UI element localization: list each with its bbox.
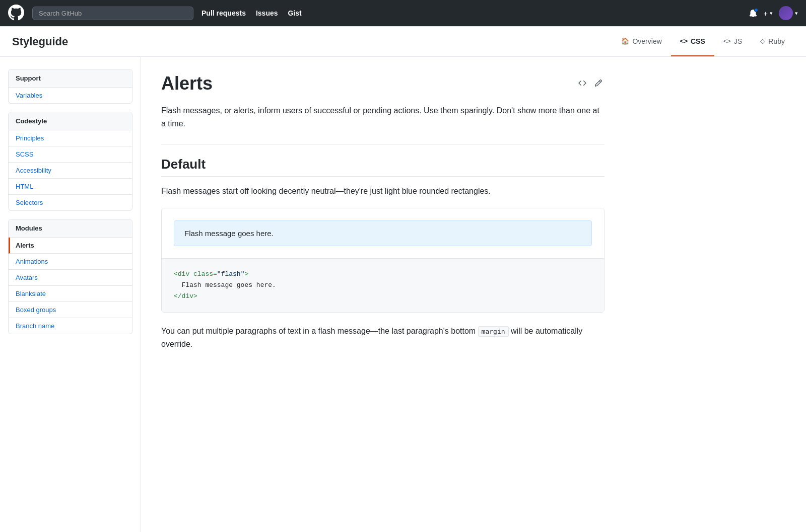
- home-icon: 🏠: [621, 37, 629, 45]
- content-header: Alerts: [161, 73, 604, 94]
- sidebar-item-alerts[interactable]: Alerts: [9, 238, 132, 254]
- search-input[interactable]: [32, 7, 193, 20]
- code-icon-css: <>: [680, 37, 688, 45]
- issues-link[interactable]: Issues: [256, 9, 278, 17]
- code-line-1: <div class="flash">: [174, 269, 592, 280]
- sidebar-item-blankslate[interactable]: Blankslate: [9, 286, 132, 302]
- diamond-icon: ◇: [760, 37, 765, 45]
- search-box[interactable]: [32, 7, 193, 20]
- tab-ruby[interactable]: ◇ Ruby: [751, 27, 794, 56]
- inline-code-margin: margin: [478, 326, 509, 337]
- header-actions: + ▾ ▾: [749, 6, 798, 20]
- flash-demo: Flash message goes here.: [174, 220, 592, 246]
- tab-nav: 🏠 Overview <> CSS <> JS ◇ Ruby: [612, 27, 794, 56]
- content-title: Alerts: [161, 73, 213, 94]
- sidebar-item-branch-name[interactable]: Branch name: [9, 318, 132, 334]
- default-section-description: Flash messages start off looking decentl…: [161, 185, 604, 198]
- sidebar-group-support-title: Support: [9, 69, 132, 88]
- divider-1: [161, 144, 604, 144]
- view-source-button[interactable]: [576, 77, 588, 92]
- demo-preview: Flash message goes here.: [162, 208, 604, 259]
- tab-overview[interactable]: 🏠 Overview: [612, 27, 670, 56]
- sidebar-item-boxed-groups[interactable]: Boxed groups: [9, 302, 132, 318]
- gist-link[interactable]: Gist: [288, 9, 302, 17]
- avatar: [779, 6, 793, 20]
- page-title: Styleguide: [12, 35, 68, 48]
- code-tag-close: </div>: [174, 292, 197, 300]
- header: Pull requests Issues Gist + ▾ ▾: [0, 0, 806, 27]
- sidebar-item-avatars[interactable]: Avatars: [9, 270, 132, 286]
- sub-header: Styleguide 🏠 Overview <> CSS <> JS ◇ Rub…: [0, 27, 806, 57]
- content-actions: [576, 77, 604, 92]
- edit-button[interactable]: [592, 77, 604, 92]
- sidebar-item-animations[interactable]: Animations: [9, 254, 132, 270]
- notifications-button[interactable]: [749, 9, 757, 17]
- code-tag-open: <div class="flash">: [174, 270, 248, 278]
- sidebar-item-principles[interactable]: Principles: [9, 130, 132, 146]
- main-content: Alerts Flash messages, or alerts, inform…: [141, 57, 625, 532]
- user-menu-button[interactable]: ▾: [779, 6, 798, 20]
- layout: Support Variables Codestyle Principles S…: [0, 57, 806, 532]
- code-block: <div class="flash"> Flash message goes h…: [162, 259, 604, 312]
- sidebar-item-variables[interactable]: Variables: [9, 88, 132, 103]
- sidebar-item-html[interactable]: HTML: [9, 179, 132, 195]
- sidebar-group-codestyle-title: Codestyle: [9, 112, 132, 130]
- default-section-title: Default: [161, 157, 604, 177]
- sidebar-group-codestyle: Codestyle Principles SCSS Accessibility …: [8, 112, 132, 211]
- sidebar-item-scss[interactable]: SCSS: [9, 146, 132, 163]
- tab-css[interactable]: <> CSS: [671, 27, 714, 56]
- sidebar-item-selectors[interactable]: Selectors: [9, 195, 132, 210]
- pull-requests-link[interactable]: Pull requests: [202, 9, 246, 17]
- tab-js[interactable]: <> JS: [714, 27, 752, 56]
- sidebar-group-support: Support Variables: [8, 69, 132, 104]
- code-icon-js: <>: [723, 37, 731, 45]
- demo-container: Flash message goes here. <div class="fla…: [161, 208, 604, 313]
- notification-dot: [754, 8, 758, 12]
- bottom-description-before: You can put multiple paragraphs of text …: [161, 327, 478, 335]
- code-line-2: Flash message goes here.: [174, 280, 592, 291]
- sidebar-group-modules-title: Modules: [9, 219, 132, 238]
- sidebar-item-accessibility[interactable]: Accessibility: [9, 163, 132, 179]
- sidebar: Support Variables Codestyle Principles S…: [0, 57, 141, 532]
- add-button[interactable]: + ▾: [763, 9, 773, 18]
- header-nav: Pull requests Issues Gist: [202, 9, 749, 17]
- sidebar-group-modules: Modules Alerts Animations Avatars Blanks…: [8, 219, 132, 334]
- github-logo[interactable]: [8, 5, 24, 22]
- bottom-description: You can put multiple paragraphs of text …: [161, 325, 604, 350]
- alerts-description: Flash messages, or alerts, inform users …: [161, 104, 604, 130]
- code-line-3: </div>: [174, 291, 592, 302]
